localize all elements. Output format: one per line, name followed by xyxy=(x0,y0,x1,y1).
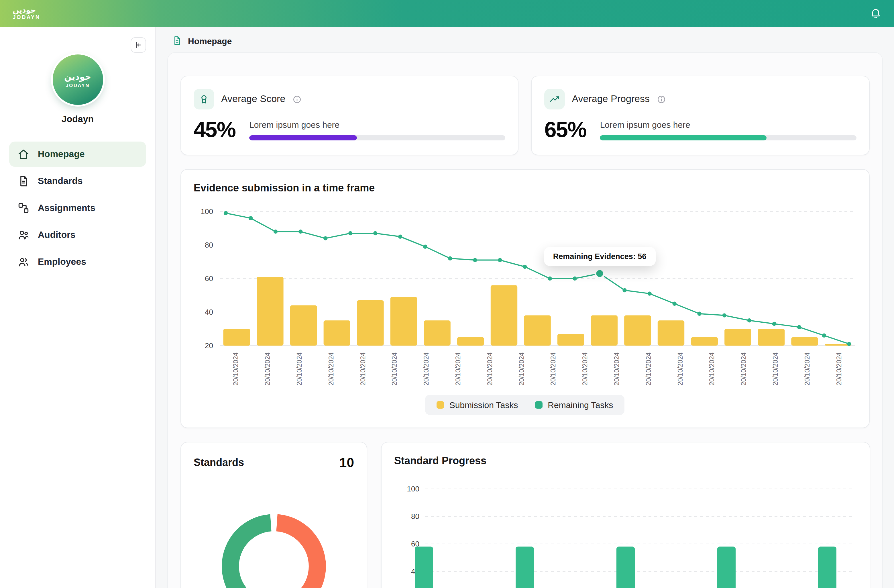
average-score-body: 45% Lorem ipsum goes here xyxy=(194,118,506,142)
standard-progress-chart[interactable]: 100806040 xyxy=(394,475,857,588)
svg-text:20/10/2024: 20/10/2024 xyxy=(423,352,430,385)
svg-text:20/10/2024: 20/10/2024 xyxy=(581,352,589,385)
sidebar-item-auditors[interactable]: Auditors xyxy=(9,222,146,248)
average-progress-title: Average Progress xyxy=(572,94,650,105)
legend-swatch-green xyxy=(535,401,542,409)
medal-icon xyxy=(194,89,214,109)
average-progress-value: 65% xyxy=(545,118,586,142)
avatar-arabic-text: جودين xyxy=(64,71,91,82)
average-score-value: 45% xyxy=(194,118,236,142)
sidebar-item-homepage[interactable]: Homepage xyxy=(9,142,146,167)
sidebar-item-label: Standards xyxy=(38,176,83,186)
brand-logo-arabic: جودين xyxy=(13,6,41,15)
standard-progress-title: Standard Progress xyxy=(394,455,857,467)
trending-up-icon xyxy=(545,89,565,109)
bottom-row: Standards 10 Standard Progress 100806040 xyxy=(180,442,869,588)
svg-text:20: 20 xyxy=(205,341,213,350)
svg-text:100: 100 xyxy=(407,485,419,493)
svg-text:60: 60 xyxy=(205,274,213,283)
svg-text:20/10/2024: 20/10/2024 xyxy=(613,352,621,385)
svg-text:20/10/2024: 20/10/2024 xyxy=(835,352,843,385)
sidebar-collapse-button[interactable] xyxy=(131,37,146,53)
svg-text:80: 80 xyxy=(205,241,213,249)
standard-progress-card: Standard Progress 100806040 xyxy=(381,442,870,588)
svg-text:20/10/2024: 20/10/2024 xyxy=(232,352,240,385)
stats-row: Average Score 45% Lorem ipsum goes here xyxy=(180,76,869,155)
avatar: جودين JODAYN xyxy=(53,54,103,105)
svg-text:20/10/2024: 20/10/2024 xyxy=(645,352,652,385)
svg-text:20/10/2024: 20/10/2024 xyxy=(772,352,779,385)
svg-text:20/10/2024: 20/10/2024 xyxy=(677,352,684,385)
chart-legend: Submission Tasks Remaining Tasks xyxy=(194,395,856,415)
average-progress-header: Average Progress xyxy=(545,89,856,109)
svg-text:20/10/2024: 20/10/2024 xyxy=(740,352,748,385)
home-icon xyxy=(17,148,30,160)
standards-total: 10 xyxy=(340,455,354,470)
info-icon[interactable] xyxy=(292,94,302,104)
evidence-chart-title: Evidence submission in a time frame xyxy=(194,182,856,194)
svg-text:20/10/2024: 20/10/2024 xyxy=(708,352,716,385)
sidebar-item-label: Homepage xyxy=(38,149,85,159)
svg-text:40: 40 xyxy=(205,308,213,316)
breadcrumb-label: Homepage xyxy=(188,36,232,45)
average-score-card: Average Score 45% Lorem ipsum goes here xyxy=(180,76,519,155)
svg-text:20/10/2024: 20/10/2024 xyxy=(264,352,271,385)
svg-text:100: 100 xyxy=(201,207,213,216)
standards-donut-chart[interactable] xyxy=(194,503,354,588)
legend-label: Remaining Tasks xyxy=(548,400,613,410)
sidebar: جودين JODAYN Jodayn Homepage xyxy=(0,27,156,588)
page-icon xyxy=(172,36,182,46)
user-group-icon xyxy=(17,255,30,268)
average-progress-card: Average Progress 65% Lorem ipsum goes he… xyxy=(532,76,870,155)
app-root: جودين JODAYN جودين xyxy=(0,0,894,588)
progress-progress-track xyxy=(600,135,856,140)
topbar: جودين JODAYN xyxy=(0,0,894,27)
content-panel: Average Score 45% Lorem ipsum goes here xyxy=(167,52,882,588)
score-progress-fill xyxy=(249,135,357,140)
collapse-left-icon xyxy=(134,41,143,49)
svg-text:20/10/2024: 20/10/2024 xyxy=(486,352,494,385)
svg-text:20/10/2024: 20/10/2024 xyxy=(550,352,557,385)
legend-label: Submission Tasks xyxy=(449,400,518,410)
sidebar-nav: Homepage Standards xyxy=(0,142,155,275)
average-score-caption: Lorem ipsum goes here xyxy=(249,119,505,129)
average-progress-caption: Lorem ipsum goes here xyxy=(600,119,856,129)
bell-icon xyxy=(869,8,881,20)
sidebar-item-standards[interactable]: Standards xyxy=(9,168,146,194)
progress-progress-fill xyxy=(600,135,767,140)
svg-text:20/10/2024: 20/10/2024 xyxy=(296,352,303,385)
evidence-chart-card: Evidence submission in a time frame Rema… xyxy=(180,169,869,428)
sidebar-item-label: Assignments xyxy=(38,203,95,213)
workflow-icon xyxy=(17,202,30,214)
breadcrumb: Homepage xyxy=(167,34,882,52)
legend-submission-tasks[interactable]: Submission Tasks xyxy=(437,400,518,410)
legend-swatch-yellow xyxy=(437,401,444,409)
users-icon xyxy=(17,229,30,241)
notifications-button[interactable] xyxy=(869,8,881,20)
svg-text:20/10/2024: 20/10/2024 xyxy=(803,352,811,385)
main-content: Homepage Average Score xyxy=(156,27,894,588)
svg-text:20/10/2024: 20/10/2024 xyxy=(328,352,335,385)
brand-logo-latin: JODAYN xyxy=(13,15,41,21)
avatar-latin-text: JODAYN xyxy=(66,82,90,88)
legend-remaining-tasks[interactable]: Remaining Tasks xyxy=(535,400,613,410)
svg-text:20/10/2024: 20/10/2024 xyxy=(391,352,398,385)
app-shell: جودين JODAYN Jodayn Homepage xyxy=(0,27,894,588)
svg-text:20/10/2024: 20/10/2024 xyxy=(454,352,462,385)
sidebar-item-label: Auditors xyxy=(38,230,76,240)
sidebar-item-employees[interactable]: Employees xyxy=(9,249,146,275)
svg-text:20/10/2024: 20/10/2024 xyxy=(518,352,526,385)
evidence-chart[interactable]: Remaining Evidences: 56 2040608010020/10… xyxy=(194,202,856,393)
document-icon xyxy=(17,175,30,187)
user-name: Jodayn xyxy=(0,114,155,124)
standards-card: Standards 10 xyxy=(180,442,367,588)
average-score-header: Average Score xyxy=(194,89,506,109)
average-score-title: Average Score xyxy=(221,94,285,105)
info-icon[interactable] xyxy=(657,94,666,104)
sidebar-item-assignments[interactable]: Assignments xyxy=(9,195,146,221)
svg-text:20/10/2024: 20/10/2024 xyxy=(359,352,367,385)
svg-text:80: 80 xyxy=(411,512,419,521)
standards-title: Standards xyxy=(194,457,244,469)
average-progress-body: 65% Lorem ipsum goes here xyxy=(545,118,856,142)
brand-logo: جودين JODAYN xyxy=(13,6,41,20)
